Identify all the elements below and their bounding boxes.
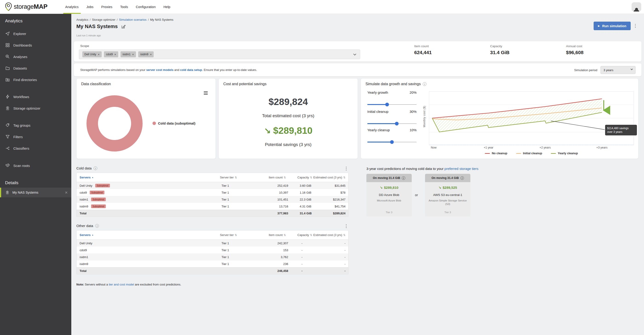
table-total-row: Total 377,98331.4 GiB $289,824	[76, 210, 348, 217]
yearly-cleanup-slider[interactable]	[367, 140, 416, 144]
info-icon[interactable]: i	[402, 176, 405, 180]
sidebar-item-workflows[interactable]: Workflows	[0, 91, 71, 103]
server-cost-models-link[interactable]: server cost models	[146, 68, 174, 72]
chart-menu-icon[interactable]	[204, 91, 208, 95]
sort-icon: ⇅	[234, 176, 237, 179]
edit-title-button[interactable]	[121, 24, 126, 29]
table-row: isidm1Suboptimal Tier 1101,451 22.3 GiB$…	[76, 196, 348, 203]
sort-server-tier[interactable]: Server tier⇅	[220, 176, 252, 179]
card-title: Data classification	[81, 82, 111, 86]
slider-value: 30%	[410, 110, 416, 114]
slider-thumb[interactable]	[385, 103, 389, 106]
sort-capacity[interactable]: Capacity⇅	[286, 176, 313, 179]
sort-icon: ⇅	[284, 176, 286, 179]
slider-thumb[interactable]	[390, 140, 394, 144]
sidebar-item-explorer[interactable]: Explorer	[0, 28, 71, 39]
x-tick-now: Now	[431, 146, 437, 149]
donut-legend: Cold data (suboptimal)	[152, 121, 196, 125]
page-kebab-menu[interactable]: ⋮	[633, 24, 638, 28]
remove-tag-icon[interactable]: ×	[132, 53, 134, 56]
close-icon[interactable]: ×	[65, 190, 68, 195]
nav-help[interactable]: Help	[160, 0, 174, 14]
sidebar-item-filters[interactable]: Filters	[0, 131, 71, 143]
breadcrumb: Analytics/Storage optimizer/Simulation s…	[76, 18, 174, 22]
run-simulation-button[interactable]: ▶ Run simulation	[594, 22, 631, 30]
down-right-arrow-icon: ↘	[438, 186, 441, 189]
other-data-kebab-menu[interactable]: ⋮	[344, 224, 348, 228]
scope-tag-isidm1: isidm1×	[120, 51, 136, 57]
data-classification-card: Data classification Cold data (suboptima…	[76, 78, 216, 159]
legend-dash	[516, 153, 521, 154]
info-icon[interactable]: i	[95, 224, 99, 228]
card-title: Simulate data growth and savings	[366, 82, 421, 86]
sort-server-tier[interactable]: Server tier⇅	[220, 233, 252, 237]
sidebar-item-dashboards[interactable]: Dashboards	[0, 39, 71, 51]
sort-servers[interactable]: Servers	[80, 233, 90, 237]
yearly-growth-slider[interactable]	[367, 103, 416, 106]
sort-item-count[interactable]: Item count⇅	[252, 233, 286, 237]
cold-data-kebab-menu[interactable]: ⋮	[344, 166, 348, 171]
predictions-title: 3-year cost predictions of moving cold d…	[366, 167, 478, 171]
sort-item-count[interactable]: Item count⇅	[252, 176, 286, 179]
branch-icon	[5, 146, 10, 151]
sort-servers[interactable]: Servers	[80, 176, 90, 179]
chevron-down-icon	[631, 68, 633, 70]
sort-icon: ⇅	[234, 233, 237, 237]
sidebar-item-find-directories[interactable]: Find directories	[0, 74, 71, 85]
breadcrumb-storage-optimizer: Storage optimizer	[92, 18, 116, 22]
scope-tag-isidm9: isidm9×	[138, 51, 154, 57]
remove-tag-icon[interactable]: ×	[114, 53, 116, 56]
sidebar-item-classifiers[interactable]: Classifiers	[0, 143, 71, 154]
total-estimated-cost: $289,824	[219, 97, 358, 107]
info-icon[interactable]: i	[423, 82, 426, 86]
nav-configuration[interactable]: Configuration	[132, 0, 160, 14]
nav-tools[interactable]: Tools	[116, 0, 132, 14]
table-row: cdot9Tier 1 153- -	[76, 247, 348, 253]
x-tick-1year: +1 year	[484, 146, 493, 149]
sort-icon: ⇅	[343, 176, 346, 179]
funnel-icon	[5, 134, 10, 139]
growth-chart: Now +1 year +2 years +3 years	[429, 91, 634, 150]
simulation-period-select[interactable]: 3 years	[600, 66, 636, 74]
nav-proxies[interactable]: Proxies	[97, 0, 116, 14]
sort-estimated-cost[interactable]: Estimated cost (3 yrs)⇅	[313, 233, 348, 237]
nav-analytics[interactable]: Analytics	[62, 0, 82, 14]
sidebar-item-storage-optimizer[interactable]: Storage optimizer	[0, 103, 71, 114]
slider-thumb[interactable]	[395, 122, 398, 126]
remove-tag-icon[interactable]: ×	[150, 53, 152, 56]
preferred-storage-tiers-link[interactable]: preferred storage tiers	[444, 167, 478, 171]
user-avatar[interactable]	[632, 2, 641, 12]
prediction-savings: ↘$289,810	[380, 186, 398, 190]
prediction-target-name: DD Azure Blob	[379, 193, 399, 197]
cost-savings-card: Cost and potential savings $289,824 Tota…	[218, 78, 358, 159]
table-header: Servers▲ Server tier⇅ Item count⇅ Capaci…	[76, 230, 348, 240]
sort-estimated-cost[interactable]: Estimated cost (3 yrs)⇅	[313, 176, 348, 179]
paper-plane-icon	[5, 31, 10, 36]
table-row: Dell UnityTier 1 242,307- -	[76, 240, 348, 247]
breadcrumb-current: My NAS Systems	[150, 18, 174, 22]
initial-cleanup-slider[interactable]	[367, 122, 416, 126]
prediction-provider: Amazon Simple Storage Service (S3)	[427, 199, 468, 206]
remove-tag-icon[interactable]: ×	[98, 53, 100, 56]
prediction-savings: ↘$289,525	[438, 186, 457, 190]
details-header: Details	[0, 178, 71, 188]
sidebar-item-datasets[interactable]: Datasets	[0, 62, 71, 74]
prediction-option-azure: On moving 31.4 GiBi ↘$289,810 DD Azure B…	[366, 174, 412, 216]
breadcrumb-simulation-scenarios-link[interactable]: Simulation scenarios	[119, 18, 146, 22]
info-icon[interactable]: i	[94, 166, 97, 170]
grid-icon	[5, 43, 10, 48]
cold-data-setup-link[interactable]: cold data setup	[180, 68, 202, 72]
magnifier-chart-icon	[5, 54, 10, 59]
scope-multiselect[interactable]: Dell Unity× cdot9× isidm1× isidm9×	[79, 50, 360, 59]
sidebar-item-tag-groups[interactable]: Tag groups	[0, 120, 71, 131]
sidebar-item-scan-roots[interactable]: Scan roots	[0, 160, 71, 171]
sidebar-item-analyses[interactable]: Analyses	[0, 51, 71, 62]
nav-jobs[interactable]: Jobs	[82, 0, 98, 14]
card-title: Cost and potential savings	[223, 82, 266, 86]
storagemap-logo[interactable]: storageMAP	[4, 2, 48, 12]
tier-and-cost-model-link[interactable]: tier and cost model	[109, 283, 134, 286]
details-item-my-nas-systems[interactable]: My NAS Systems ×	[0, 188, 71, 197]
suboptimal-badge: Suboptimal	[91, 204, 106, 208]
info-icon[interactable]: i	[460, 176, 464, 180]
sort-capacity[interactable]: Capacity⇅	[286, 233, 313, 237]
